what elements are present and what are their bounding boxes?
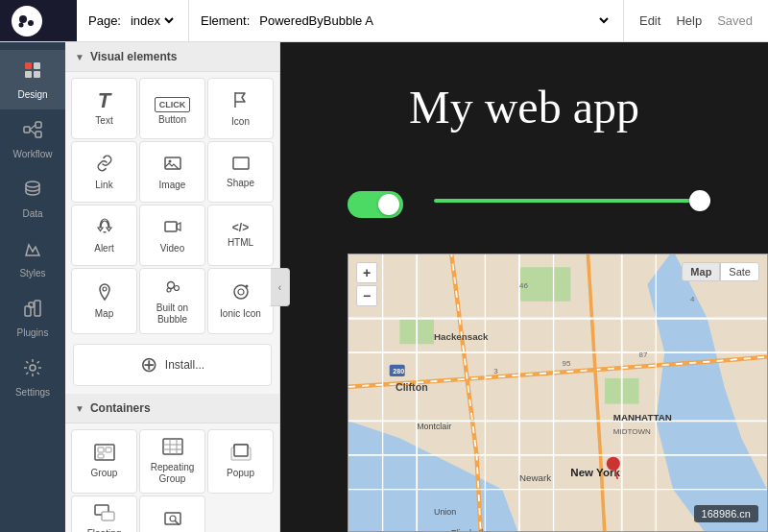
element-video[interactable]: Video [139, 205, 205, 266]
workflow-icon [22, 119, 43, 145]
svg-rect-9 [36, 122, 41, 128]
page-selector[interactable]: Page: index [77, 0, 189, 41]
canvas-area: My web app [280, 42, 768, 532]
map-label: Map [95, 308, 113, 320]
svg-point-3 [19, 22, 24, 27]
element-button[interactable]: CLICK Button [139, 78, 205, 139]
svg-rect-20 [233, 157, 249, 169]
topbar: Page: index Element: PoweredByBubble A E… [0, 0, 768, 42]
panel-wrapper: ▼ Visual elements T Text CLICK Button [65, 42, 280, 532]
element-group-focus[interactable]: Group Focus [139, 496, 205, 532]
svg-point-29 [245, 285, 248, 288]
alert-label: Alert [94, 243, 114, 254]
sidebar-item-plugins[interactable]: Plugins [0, 288, 65, 348]
icon-flag-icon [231, 90, 251, 112]
element-built-on-bubble[interactable]: Built on Bubble [139, 268, 205, 334]
element-shape[interactable]: Shape [207, 141, 274, 203]
svg-point-27 [234, 285, 248, 299]
help-button[interactable]: Help [676, 13, 702, 28]
canvas-map: 280 3 95 87 4 46 Hackensack Clifton Mont… [348, 254, 768, 532]
canvas-title: My web app [280, 81, 768, 133]
element-link[interactable]: Link [71, 141, 137, 203]
element-alert[interactable]: Alert [71, 205, 137, 266]
element-map[interactable]: Map [71, 268, 137, 334]
ionic-icon-label: Ionic Icon [220, 308, 261, 320]
workflow-label: Workflow [13, 149, 53, 159]
install-label: Install... [165, 358, 204, 372]
built-on-bubble-label: Built on Bubble [144, 302, 201, 326]
svg-text:Hackensack: Hackensack [434, 331, 489, 342]
svg-rect-43 [102, 512, 114, 520]
svg-text:95: 95 [562, 359, 570, 368]
element-image[interactable]: Image [139, 141, 205, 203]
svg-text:280: 280 [393, 368, 404, 375]
popup-label: Popup [227, 468, 254, 479]
svg-point-1 [19, 15, 27, 23]
html-icon: </> [232, 222, 249, 233]
built-on-bubble-icon [163, 277, 182, 299]
design-icon [22, 60, 43, 85]
main-layout: Design Workflow [0, 42, 768, 532]
map-type-map-button[interactable]: Map [682, 262, 720, 281]
shape-label: Shape [227, 178, 254, 189]
group-label: Group [91, 468, 118, 479]
image-label: Image [159, 180, 186, 191]
canvas-content: My web app [280, 42, 768, 532]
map-type-satellite-button[interactable]: Sate [720, 262, 759, 281]
containers-header[interactable]: ▼ Containers [65, 394, 279, 423]
element-floating-group[interactable]: Floating Group [71, 496, 137, 532]
containers-label: Containers [90, 401, 151, 415]
svg-text:3: 3 [493, 367, 498, 375]
svg-rect-44 [165, 513, 180, 524]
visual-elements-header[interactable]: ▼ Visual elements [65, 42, 279, 72]
map-zoom-in-button[interactable]: + [356, 262, 377, 283]
alert-icon [95, 217, 114, 239]
sidebar-item-settings[interactable]: Settings [0, 348, 65, 407]
settings-label: Settings [15, 387, 50, 398]
text-label: Text [95, 115, 112, 127]
element-html[interactable]: </> HTML [207, 205, 274, 266]
plugins-label: Plugins [17, 327, 49, 338]
svg-point-0 [14, 9, 39, 34]
edit-button[interactable]: Edit [639, 13, 660, 28]
svg-rect-6 [25, 71, 32, 78]
svg-point-28 [238, 289, 244, 295]
toggle-track[interactable] [348, 191, 403, 218]
element-text[interactable]: T Text [71, 78, 137, 139]
svg-point-13 [26, 181, 39, 187]
panel-collapse-button[interactable]: ‹ [271, 268, 290, 306]
svg-text:Newark: Newark [519, 472, 551, 483]
element-icon[interactable]: Icon [207, 78, 274, 139]
svg-rect-15 [29, 302, 34, 307]
sidebar-item-design[interactable]: Design [0, 50, 65, 109]
map-zoom-out-button[interactable]: − [356, 285, 377, 306]
group-icon [94, 444, 115, 464]
element-selector[interactable]: Element: PoweredByBubble A [189, 0, 624, 41]
toggle-switch[interactable] [348, 191, 403, 218]
canvas-slider[interactable] [434, 199, 710, 203]
design-label: Design [17, 89, 47, 100]
html-label: HTML [228, 237, 253, 249]
element-group[interactable]: Group [71, 429, 137, 494]
svg-text:Elizabeth: Elizabeth [451, 528, 487, 531]
video-label: Video [160, 243, 184, 254]
element-ionic-icon[interactable]: Ionic Icon [207, 268, 274, 334]
element-repeating-group[interactable]: Repeating Group [139, 429, 205, 494]
svg-rect-34 [163, 439, 182, 454]
sidebar-item-workflow[interactable]: Workflow [0, 109, 65, 169]
element-select[interactable]: PoweredByBubble A [255, 12, 612, 29]
icon-label: Icon [231, 116, 250, 128]
svg-rect-21 [103, 231, 106, 233]
install-button[interactable]: ⊕ Install... [73, 344, 272, 386]
elements-panel: ▼ Visual elements T Text CLICK Button [65, 42, 280, 532]
svg-text:MIDTOWN: MIDTOWN [613, 427, 651, 436]
map-type-buttons: Map Sate [682, 262, 759, 281]
sidebar-item-styles[interactable]: Styles [0, 229, 65, 288]
svg-text:87: 87 [639, 351, 648, 359]
sidebar-item-data[interactable]: Data [0, 169, 65, 229]
element-popup[interactable]: Popup [207, 429, 274, 494]
svg-text:Clifton: Clifton [396, 381, 428, 393]
page-select[interactable]: index [127, 12, 177, 29]
svg-point-17 [30, 365, 36, 371]
ionic-icon [231, 282, 251, 304]
